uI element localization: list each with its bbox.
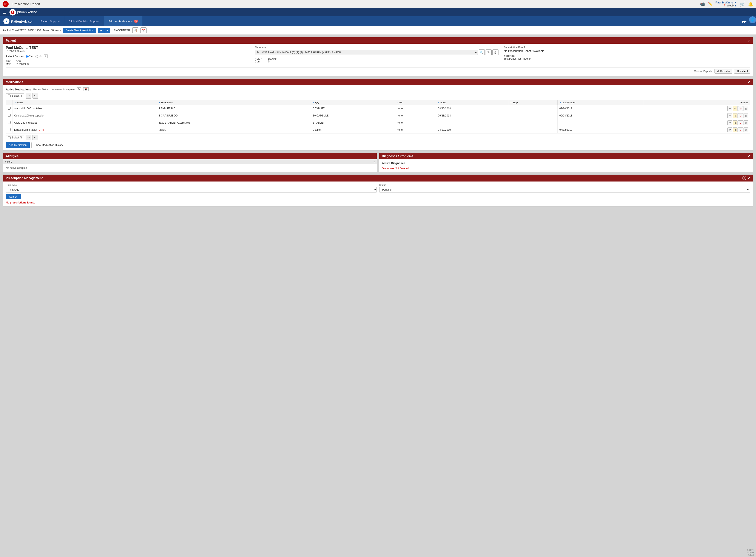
- row1-no-icon[interactable]: ⊘: [738, 106, 743, 111]
- bell-icon[interactable]: 🔔: [748, 1, 753, 7]
- row4-undo-icon[interactable]: ↩: [727, 127, 732, 132]
- undo-bottom-btn[interactable]: ↩: [26, 135, 31, 140]
- medications-table: ⬆ Name ⬆ Directions ⬆ Qty ⬆ Rfl ⬆ Start …: [6, 100, 750, 134]
- row1-rfl: none: [395, 105, 436, 112]
- row4-rx-icon[interactable]: Rx: [733, 127, 737, 132]
- row2-undo-icon[interactable]: ↩: [727, 113, 732, 118]
- video-icon[interactable]: 📹: [700, 2, 705, 6]
- rx-mgmt-expand-icon[interactable]: ⤢: [748, 176, 750, 180]
- patient-report-btn[interactable]: 🖨 Patient: [734, 69, 750, 74]
- dob-value: 01/21/1953: [16, 63, 29, 66]
- row1-delete-icon[interactable]: 🗑: [744, 106, 748, 111]
- consent-edit-icon[interactable]: ✎: [44, 55, 48, 58]
- row2-rx-icon[interactable]: Rx: [733, 113, 737, 118]
- active-med-header: Active Medications Review Status: Unknow…: [6, 87, 750, 91]
- star-button[interactable]: ★: [98, 28, 104, 33]
- row3-stop: [508, 119, 558, 126]
- consent-yes-label[interactable]: Yes: [26, 55, 34, 58]
- tab-clinical-decision[interactable]: Clinical Decision Support: [64, 17, 104, 26]
- consent-no-radio[interactable]: [35, 55, 38, 58]
- tab-prior-auth[interactable]: Prior Authorizations 5: [104, 17, 143, 26]
- row3-delete-icon[interactable]: 🗑: [744, 120, 748, 125]
- row2-check[interactable]: [8, 114, 10, 117]
- undo-top-btn[interactable]: ↩: [26, 93, 31, 98]
- pharmacy-label: Pharmacy: [255, 46, 498, 49]
- filters-label[interactable]: Filters: [5, 160, 12, 163]
- add-medication-btn[interactable]: Add Medication: [6, 142, 30, 148]
- col-name[interactable]: ⬆ Name: [12, 100, 157, 105]
- row4-delete-icon[interactable]: 🗑: [744, 127, 748, 132]
- allergies-header: Allergies: [3, 153, 377, 159]
- encounter-clipboard-icon[interactable]: 📋: [132, 27, 138, 33]
- pharmacy-search-icon[interactable]: 🔍: [479, 49, 485, 55]
- filters-list-icon[interactable]: ≡: [374, 160, 375, 163]
- col-rfl[interactable]: ⬆ Rfl: [395, 100, 436, 105]
- row3-no-icon[interactable]: ⊘: [738, 120, 743, 125]
- row1-undo-icon[interactable]: ↩: [727, 106, 732, 111]
- pa-logo-icon: ✦: [3, 18, 9, 24]
- row4-directions: tablet.: [157, 126, 311, 134]
- drug-type-select[interactable]: All Drugs: [6, 187, 377, 193]
- row3-check[interactable]: [8, 121, 10, 124]
- cart-icon[interactable]: 🛒: [739, 1, 745, 7]
- location-dropdown-icon[interactable]: ▼: [734, 4, 737, 7]
- row3-action-icons: ↩ Rx ⊘ 🗑: [645, 120, 748, 125]
- review-edit-icon[interactable]: ✎: [77, 87, 81, 91]
- provider-report-btn[interactable]: 🖨 Provider: [715, 69, 732, 74]
- tab-patient-support[interactable]: Patient Support: [36, 17, 64, 26]
- col-qty[interactable]: ⬆ Qty: [311, 100, 395, 105]
- row3-undo-icon[interactable]: ↩: [727, 120, 732, 125]
- pa-logo: ✦ PatientAdvisor: [0, 17, 36, 26]
- pa-text-patient: Patient: [11, 20, 22, 23]
- row3-actions: ↩ Rx ⊘ 🗑: [643, 119, 750, 126]
- row3-start: [436, 119, 508, 126]
- select-all-bottom-checkbox[interactable]: [8, 136, 10, 139]
- col-start[interactable]: ⬆ Start: [436, 100, 508, 105]
- star-dropdown-button[interactable]: ▼: [104, 28, 110, 33]
- row2-delete-icon[interactable]: 🗑: [744, 113, 748, 118]
- search-button[interactable]: Search: [6, 194, 21, 199]
- drug-type-label: Drug Type: [6, 184, 377, 186]
- row1-rx-icon[interactable]: Rx: [733, 106, 737, 111]
- create-rx-button[interactable]: Create New Prescription: [63, 28, 96, 33]
- row3-rx-icon[interactable]: Rx: [733, 120, 737, 125]
- pa-nav-arrow[interactable]: ▶▶: [739, 17, 749, 26]
- sex-value: Male: [6, 63, 11, 66]
- show-history-btn[interactable]: Show Medication History: [31, 142, 66, 148]
- medications-expand-icon[interactable]: ⤢: [748, 80, 750, 84]
- review-calendar-icon[interactable]: 📅: [83, 87, 89, 91]
- patient-expand-icon[interactable]: ⤢: [748, 39, 750, 42]
- col-last-written[interactable]: ⬆ Last Written: [558, 100, 643, 105]
- pa-advisor-globe-icon[interactable]: 🌐: [749, 17, 756, 23]
- rx-mgmt-help-icon[interactable]: ?: [743, 176, 746, 180]
- redo-top-btn[interactable]: ↪: [32, 93, 38, 98]
- review-status: Review Status: Unknown or Incomplete: [33, 88, 75, 91]
- row4-no-icon[interactable]: ⊘: [738, 127, 743, 132]
- main-content: Patient ⤢ Paul McCune/ TEST 01/21/1953 m…: [0, 35, 756, 557]
- select-all-top-checkbox[interactable]: [8, 94, 10, 97]
- status-select[interactable]: Pending: [379, 187, 750, 193]
- redo-bottom-btn[interactable]: ↪: [32, 135, 38, 140]
- row4-checkbox: [6, 126, 12, 134]
- consent-no-label[interactable]: No: [35, 55, 42, 58]
- top-bar: ⟳ Prescription Report 📹 ✏️ Paul McCune ▼…: [0, 0, 756, 8]
- user-block: Paul McCune ▼ 📍 Webb ▼: [716, 1, 737, 7]
- pharmacy-delete-icon[interactable]: 🗑: [493, 49, 499, 55]
- col-directions[interactable]: ⬆ Directions: [157, 100, 311, 105]
- hamburger-icon[interactable]: ☰: [3, 10, 6, 14]
- patient-section-body: Paul McCune/ TEST 01/21/1953 male Patien…: [3, 44, 753, 76]
- col-stop[interactable]: ⬆ Stop: [508, 100, 558, 105]
- consent-yes-radio[interactable]: [26, 55, 29, 58]
- row1-check[interactable]: [8, 107, 10, 110]
- select-all-top-btn[interactable]: Select All: [6, 93, 24, 98]
- row2-no-icon[interactable]: ⊘: [738, 113, 743, 118]
- pharmacy-select[interactable]: DILLONS PHARMACY #615012 (C) (R) (E) - 9…: [255, 50, 478, 55]
- pencil-icon[interactable]: ✏️: [708, 2, 713, 6]
- select-all-bottom-btn[interactable]: Select All: [6, 135, 24, 140]
- user-dropdown-icon[interactable]: ▼: [734, 1, 737, 4]
- pharmacy-edit-icon[interactable]: ✎: [485, 49, 492, 55]
- diagnoses-expand-icon[interactable]: ⤢: [748, 154, 750, 158]
- row4-check[interactable]: [8, 128, 10, 131]
- dob-field: DOB 01/21/1953: [16, 60, 29, 66]
- encounter-calendar-icon[interactable]: 📅: [140, 27, 147, 33]
